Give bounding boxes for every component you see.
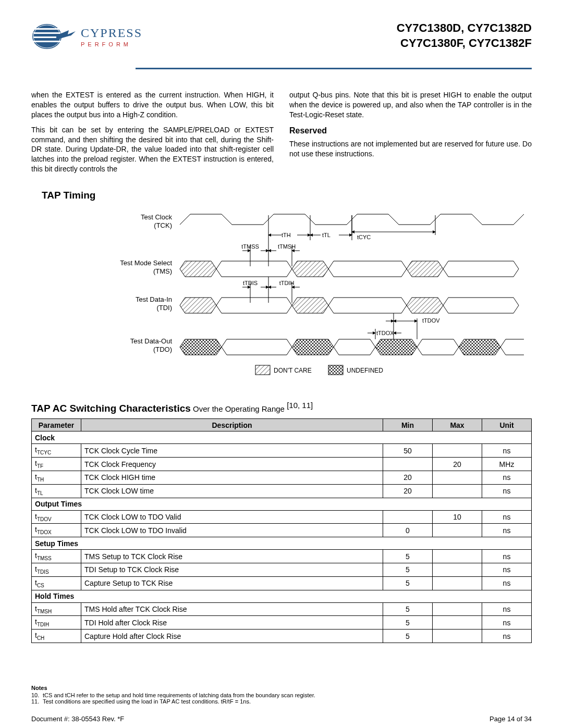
svg-text:tTH: tTH <box>282 232 291 238</box>
reserved-heading: Reserved <box>289 125 532 137</box>
svg-text:tTDOX: tTDOX <box>376 330 394 336</box>
table-row: tTDOXTCK Clock LOW to TDO Invalid0ns <box>32 524 532 537</box>
col-max: Max <box>433 419 482 431</box>
note-10: tCS and tCH refer to the setup and hold … <box>43 692 315 698</box>
logo-tagline: PERFORM <box>81 41 142 47</box>
tdi-label: Test Data-In <box>136 295 172 303</box>
table-row: tCSCapture Setup to TCK Rise5ns <box>32 576 532 590</box>
svg-text:tTMSH: tTMSH <box>278 243 296 250</box>
svg-rect-2 <box>33 28 60 30</box>
table-row: tTDOVTCK Clock LOW to TDO Valid10ns <box>32 510 532 524</box>
page-number: Page 14 of 34 <box>489 715 532 723</box>
table-row: tTDISTDI Setup to TCK Clock Rise5ns <box>32 563 532 577</box>
tap-timing-heading: TAP Timing <box>42 190 532 201</box>
table-group-row: Hold Times <box>32 590 532 602</box>
svg-rect-3 <box>33 32 60 34</box>
logo: CYPRESS PERFORM <box>31 21 142 52</box>
tdi-sub: (TDI) <box>156 304 172 312</box>
page-footer: Document #: 38-05543 Rev. *F Page 14 of … <box>31 715 532 723</box>
right-column: output Q-bus pins. Note that this bit is… <box>289 90 532 179</box>
title-line-1: CY7C1380D, CY7C1382D <box>397 21 532 36</box>
tck-label: Test Clock <box>141 213 172 221</box>
cypress-logo-icon <box>31 21 78 52</box>
tdo-sub: (TDO) <box>153 346 172 353</box>
notes: Notes 10.tCS and tCH refer to the setup … <box>31 685 532 705</box>
doc-number: Document #: 38-05543 Rev. *F <box>31 715 124 723</box>
table-row: tTLTCK Clock LOW time20ns <box>32 484 532 498</box>
body-p3: output Q-bus pins. Note that this bit is… <box>289 90 532 120</box>
svg-text:tTDIH: tTDIH <box>279 280 295 286</box>
col-min: Min <box>383 419 433 431</box>
table-row: tTCYCTCK Clock Cycle Time50ns <box>32 444 532 458</box>
svg-rect-50 <box>328 365 343 375</box>
legend-dont-care: DON'T CARE <box>274 367 312 374</box>
tap-ac-heading: TAP AC Switching Characteristics Over th… <box>31 401 532 414</box>
svg-text:tCYC: tCYC <box>357 234 371 240</box>
tms-label: Test Mode Select <box>120 259 172 267</box>
header-rule <box>136 68 532 69</box>
body-columns: when the EXTEST is entered as the curren… <box>31 90 532 179</box>
table-row: tTHTCK Clock HIGH time20ns <box>32 471 532 485</box>
table-row: tCHCapture Hold after Clock Rise5ns <box>32 630 532 643</box>
table-group-row: Clock <box>32 431 532 444</box>
table-group-row: Setup Times <box>32 537 532 550</box>
svg-text:tTDIS: tTDIS <box>243 280 258 286</box>
table-header-row: Parameter Description Min Max Unit <box>32 419 532 431</box>
page-header: CYPRESS PERFORM CY7C1380D, CY7C1382D CY7… <box>31 21 532 52</box>
table-row: tTFTCK Clock Frequency20MHz <box>32 458 532 471</box>
tap-ac-table: Parameter Description Min Max Unit Clock… <box>31 418 532 643</box>
svg-rect-5 <box>33 41 60 42</box>
note-11: Test conditions are specified using the … <box>43 698 251 705</box>
col-desc: Description <box>81 419 383 431</box>
timing-diagram: Test Clock (TCK) tTH tTL tCYC tTMSS tTMS… <box>31 209 532 381</box>
part-numbers: CY7C1380D, CY7C1382D CY7C1380F, CY7C1382… <box>397 21 532 51</box>
svg-text:tTMSS: tTMSS <box>241 243 259 250</box>
notes-heading: Notes <box>31 685 532 691</box>
left-column: when the EXTEST is entered as the curren… <box>31 90 274 179</box>
body-p1: when the EXTEST is entered as the curren… <box>31 90 274 120</box>
svg-text:tTDOV: tTDOV <box>422 317 440 324</box>
table-group-row: Output Times <box>32 498 532 510</box>
logo-text: CYPRESS <box>81 26 142 40</box>
title-line-2: CY7C1380F, CY7C1382F <box>397 36 532 51</box>
table-row: tTDIHTDI Hold after Clock Rise5ns <box>32 616 532 630</box>
table-row: tTMSHTMS Hold after TCK Clock Rise5ns <box>32 602 532 616</box>
body-p2: This bit can be set by entering the SAMP… <box>31 125 274 174</box>
svg-rect-49 <box>255 365 270 375</box>
tck-sub: (TCK) <box>154 221 172 229</box>
svg-text:tTL: tTL <box>322 232 331 238</box>
tms-sub: (TMS) <box>153 267 172 275</box>
col-unit: Unit <box>482 419 532 431</box>
body-p4: These instructions are not implemented b… <box>289 139 532 159</box>
legend-undefined: UNDEFINED <box>347 367 383 374</box>
col-param: Parameter <box>32 419 81 431</box>
table-row: tTMSSTMS Setup to TCK Clock Rise5ns <box>32 550 532 563</box>
tdo-label: Test Data-Out <box>130 337 173 345</box>
